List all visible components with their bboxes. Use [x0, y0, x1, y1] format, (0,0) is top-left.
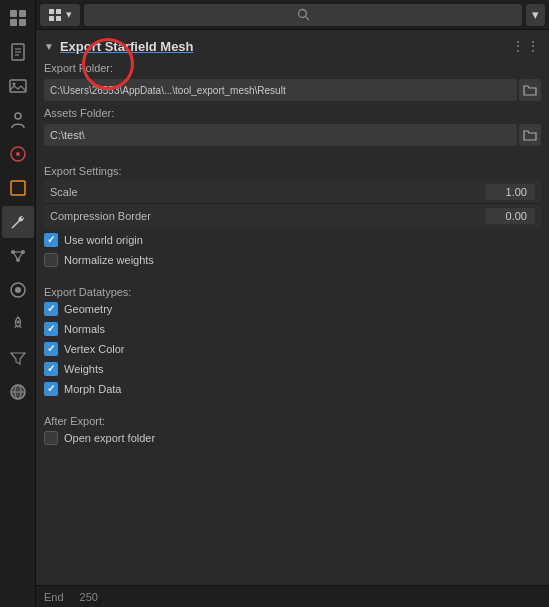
svg-point-22 [16, 321, 19, 324]
svg-point-9 [12, 83, 15, 86]
normalize-weights-checkbox[interactable] [44, 253, 58, 267]
export-folder-input[interactable]: C:\Users\26553\AppData\...\tool_export_m… [44, 79, 517, 101]
svg-point-12 [16, 152, 20, 156]
mode-arrow: ▾ [66, 8, 72, 21]
export-datatypes-label: Export Datatypes: [44, 286, 541, 298]
geometry-checkbox[interactable]: ✓ [44, 302, 58, 316]
svg-rect-29 [56, 16, 61, 21]
normalize-weights-row[interactable]: Normalize weights [44, 252, 541, 268]
rocket-icon[interactable] [2, 308, 34, 340]
svg-point-21 [15, 287, 21, 293]
statusbar: End 250 [36, 585, 549, 607]
vertex-color-row[interactable]: ✓ Vertex Color [44, 341, 541, 357]
assets-folder-input[interactable]: C:\test\ [44, 124, 517, 146]
circle-full-icon[interactable] [2, 274, 34, 306]
svg-rect-2 [10, 19, 17, 26]
open-export-folder-checkbox[interactable] [44, 431, 58, 445]
box-icon[interactable] [2, 172, 34, 204]
normals-checkmark: ✓ [47, 324, 55, 334]
svg-rect-27 [56, 9, 61, 14]
morph-data-label: Morph Data [64, 383, 121, 395]
svg-line-19 [18, 252, 23, 260]
export-datatypes-section: Export Datatypes: ✓ Geometry ✓ Normals ✓… [36, 278, 549, 403]
geometry-label: Geometry [64, 303, 112, 315]
weights-row[interactable]: ✓ Weights [44, 361, 541, 377]
person-icon[interactable] [2, 104, 34, 136]
morph-data-checkmark: ✓ [47, 384, 55, 394]
wrench-icon[interactable] [2, 206, 34, 238]
geometry-row[interactable]: ✓ Geometry [44, 301, 541, 317]
morph-data-checkbox[interactable]: ✓ [44, 382, 58, 396]
use-world-origin-checkmark: ✓ [47, 235, 55, 245]
mode-dropdown[interactable]: ▾ [40, 4, 80, 26]
export-folder-row: Export Folder: [44, 60, 541, 76]
export-settings-section: Export Settings: Scale 1.00 Compression … [36, 157, 549, 274]
scale-value[interactable]: 1.00 [485, 184, 535, 200]
normals-checkbox[interactable]: ✓ [44, 322, 58, 336]
export-folder-input-row: C:\Users\26553\AppData\...\tool_export_m… [44, 79, 541, 101]
compression-label: Compression Border [50, 210, 485, 222]
open-export-folder-label: Open export folder [64, 432, 155, 444]
main-area: ▾ ▾ ▼ Export Starfield Mesh ⋮⋮ Export Fo… [36, 0, 549, 607]
end-label: End [44, 591, 64, 603]
panel-title-container: ▼ Export Starfield Mesh [44, 39, 194, 54]
weights-checkbox[interactable]: ✓ [44, 362, 58, 376]
open-export-folder-row[interactable]: Open export folder [44, 430, 541, 446]
circle-dot-icon[interactable] [2, 138, 34, 170]
image-icon[interactable] [2, 70, 34, 102]
after-export-label: After Export: [44, 415, 541, 427]
svg-line-31 [305, 17, 309, 21]
panel-title-text: Export Starfield Mesh [60, 39, 194, 54]
nodes-icon[interactable] [2, 240, 34, 272]
collapse-arrow[interactable]: ▼ [44, 41, 54, 52]
grid-icon[interactable] [2, 2, 34, 34]
use-world-origin-row[interactable]: ✓ Use world origin [44, 232, 541, 248]
panel-header: ▼ Export Starfield Mesh ⋮⋮ [36, 34, 549, 58]
sphere-icon[interactable] [2, 376, 34, 408]
compression-value[interactable]: 0.00 [485, 208, 535, 224]
geometry-checkmark: ✓ [47, 304, 55, 314]
vertex-color-label: Vertex Color [64, 343, 125, 355]
settings-block: Scale 1.00 Compression Border 0.00 [44, 180, 541, 228]
svg-rect-28 [49, 16, 54, 21]
expand-button[interactable]: ▾ [526, 4, 545, 26]
weights-checkmark: ✓ [47, 364, 55, 374]
assets-folder-row: Assets Folder: [44, 105, 541, 121]
svg-point-30 [298, 10, 306, 18]
vertex-color-checkmark: ✓ [47, 344, 55, 354]
svg-rect-13 [11, 181, 25, 195]
use-world-origin-checkbox[interactable]: ✓ [44, 233, 58, 247]
svg-rect-0 [10, 10, 17, 17]
normals-label: Normals [64, 323, 105, 335]
weights-label: Weights [64, 363, 104, 375]
svg-rect-1 [19, 10, 26, 17]
svg-point-10 [15, 113, 21, 119]
end-value: 250 [80, 591, 98, 603]
export-folder-input-group: C:\Users\26553\AppData\...\tool_export_m… [44, 79, 541, 101]
left-sidebar [0, 0, 36, 607]
export-folder-browse-button[interactable] [519, 79, 541, 101]
assets-folder-input-group: C:\test\ [44, 124, 541, 146]
panel-options-icon[interactable]: ⋮⋮ [511, 38, 541, 54]
document-icon[interactable] [2, 36, 34, 68]
morph-data-row[interactable]: ✓ Morph Data [44, 381, 541, 397]
scale-row: Scale 1.00 [44, 180, 541, 204]
search-bar[interactable] [84, 4, 522, 26]
topbar: ▾ ▾ [36, 0, 549, 30]
use-world-origin-label: Use world origin [64, 234, 143, 246]
export-folder-label: Export Folder: [44, 60, 134, 76]
after-export-section: After Export: Open export folder [36, 407, 549, 452]
assets-folder-browse-button[interactable] [519, 124, 541, 146]
compression-row: Compression Border 0.00 [44, 204, 541, 228]
export-settings-label: Export Settings: [44, 165, 541, 177]
scale-label: Scale [50, 186, 485, 198]
svg-rect-8 [10, 80, 26, 92]
properties-panel: ▼ Export Starfield Mesh ⋮⋮ Export Folder… [36, 30, 549, 585]
svg-rect-3 [19, 19, 26, 26]
assets-folder-input-row: C:\test\ [44, 124, 541, 146]
filter-icon[interactable] [2, 342, 34, 374]
export-folder-section: Export Folder: C:\Users\26553\AppData\..… [36, 58, 549, 151]
normals-row[interactable]: ✓ Normals [44, 321, 541, 337]
vertex-color-checkbox[interactable]: ✓ [44, 342, 58, 356]
assets-folder-label: Assets Folder: [44, 105, 134, 121]
